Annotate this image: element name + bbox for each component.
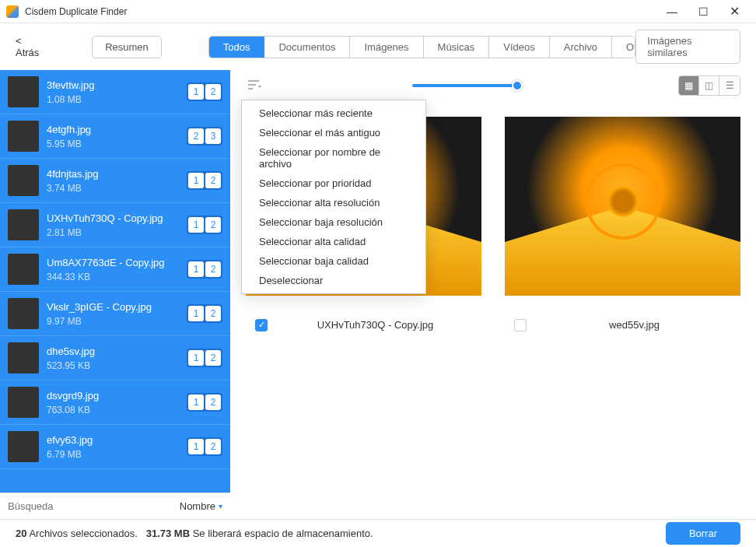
- tab-archivo[interactable]: Archivo: [550, 37, 612, 58]
- file-name: Um8AX7763dE - Copy.jpg: [47, 257, 179, 268]
- file-thumbnail: [8, 387, 39, 418]
- duplicate-badge[interactable]: 2: [205, 394, 221, 410]
- duplicate-badge[interactable]: 2: [205, 350, 221, 366]
- file-item[interactable]: 4fdnjtas.jpg3.74 MB12: [0, 159, 230, 203]
- file-info: 4etgfh.jpg5.95 MB: [47, 124, 179, 149]
- sort-label: Nombre: [180, 500, 215, 512]
- selection-menu-icon[interactable]: [246, 76, 264, 95]
- list-view-icon[interactable]: ☰: [719, 76, 740, 95]
- context-menu-item[interactable]: Seleccionar por prioridad: [242, 174, 425, 193]
- zoom-handle-icon[interactable]: [512, 80, 523, 91]
- zoom-slider[interactable]: [412, 84, 521, 87]
- freed-label: Se liberará espacio de almacenamiento.: [193, 528, 373, 539]
- maximize-button[interactable]: ☐: [688, 0, 719, 23]
- file-name: 4fdnjtas.jpg: [47, 168, 179, 180]
- tab-videos[interactable]: Vídeos: [489, 37, 549, 58]
- grid-view-icon[interactable]: ▦: [679, 76, 699, 95]
- duplicate-badges: 23: [187, 127, 222, 146]
- file-item[interactable]: Vkslr_3pIGE - Copy.jpg9.97 MB12: [0, 292, 230, 336]
- summary-button[interactable]: Resumen: [92, 36, 162, 58]
- file-item[interactable]: dsvgrd9.jpg763.08 KB12: [0, 380, 230, 425]
- file-name: efvy63.jpg: [47, 434, 179, 446]
- titlebar: Cisdem Duplicate Finder — ☐ ✕: [0, 0, 756, 23]
- duplicate-badges: 12: [187, 82, 222, 101]
- tab-otros[interactable]: Otros: [612, 37, 635, 58]
- file-list[interactable]: 3fevttw.jpg1.08 MB124etgfh.jpg5.95 MB234…: [0, 70, 230, 493]
- duplicate-badge[interactable]: 1: [188, 84, 204, 100]
- context-menu-item[interactable]: Seleccionar baja resolución: [242, 212, 425, 232]
- context-menu-item[interactable]: Seleccionar alta calidad: [242, 232, 425, 251]
- duplicate-badge[interactable]: 2: [205, 173, 221, 188]
- preview-filename: wed55v.jpg: [609, 319, 660, 331]
- tab-todos[interactable]: Todos: [209, 37, 265, 58]
- duplicate-badge[interactable]: 2: [205, 306, 221, 321]
- context-menu-item[interactable]: Seleccionar el más antiguo: [242, 123, 425, 142]
- view-mode-toggle: ▦ ◫ ☰: [678, 75, 740, 96]
- context-menu-item[interactable]: Seleccionar alta resolución: [242, 193, 425, 212]
- file-thumbnail: [8, 342, 39, 373]
- duplicate-badges: 12: [187, 393, 222, 412]
- duplicate-badge[interactable]: 2: [188, 128, 204, 144]
- select-checkbox[interactable]: ✓: [255, 319, 268, 331]
- file-item[interactable]: efvy63.jpg6.79 MB12: [0, 425, 230, 469]
- tab-musicas[interactable]: Músicas: [424, 37, 490, 58]
- file-thumbnail: [8, 76, 39, 107]
- file-item[interactable]: dhe5sv.jpg523.95 KB12: [0, 336, 230, 380]
- preview-image: [505, 117, 740, 296]
- selected-count: 20: [16, 528, 26, 539]
- close-button[interactable]: ✕: [719, 0, 750, 23]
- minimize-button[interactable]: —: [656, 0, 688, 23]
- file-info: 4fdnjtas.jpg3.74 MB: [47, 168, 179, 194]
- filter-tabs: Todos Documentos Imágenes Músicas Vídeos…: [208, 36, 636, 58]
- duplicate-badge[interactable]: 1: [188, 350, 204, 366]
- app-logo-icon: [6, 5, 19, 18]
- file-item[interactable]: UXHvTuh730Q - Copy.jpg2.81 MB12: [0, 203, 230, 247]
- file-item[interactable]: 4etgfh.jpg5.95 MB23: [0, 114, 230, 159]
- duplicate-badge[interactable]: 1: [188, 217, 204, 233]
- duplicate-badges: 12: [187, 260, 222, 279]
- search-input[interactable]: [0, 500, 172, 512]
- file-size: 3.74 MB: [47, 183, 179, 194]
- file-size: 523.95 KB: [47, 360, 179, 371]
- duplicate-badge[interactable]: 2: [205, 84, 221, 100]
- preview-filename: UXHvTuh730Q - Copy.jpg: [317, 319, 434, 331]
- duplicate-badge[interactable]: 1: [188, 261, 204, 277]
- sort-dropdown[interactable]: Nombre ▾: [172, 500, 230, 512]
- file-thumbnail: [8, 298, 39, 329]
- file-info: dsvgrd9.jpg763.08 KB: [47, 390, 179, 416]
- file-size: 344.33 KB: [47, 272, 179, 282]
- sidebar: 3fevttw.jpg1.08 MB124etgfh.jpg5.95 MB234…: [0, 70, 230, 519]
- freed-size: 31.73 MB: [146, 528, 190, 539]
- file-thumbnail: [8, 209, 39, 240]
- duplicate-badge[interactable]: 1: [188, 394, 204, 410]
- context-menu-item[interactable]: Deseleccionar: [242, 271, 425, 290]
- file-item[interactable]: 3fevttw.jpg1.08 MB12: [0, 70, 230, 114]
- context-menu-item[interactable]: Seleccionar más reciente: [242, 103, 425, 123]
- context-menu-item[interactable]: Seleccionar por nombre de archivo: [242, 142, 425, 174]
- file-info: Um8AX7763dE - Copy.jpg344.33 KB: [47, 257, 179, 282]
- file-thumbnail: [8, 254, 39, 285]
- columns-view-icon[interactable]: ◫: [699, 76, 719, 95]
- file-info: efvy63.jpg6.79 MB: [47, 434, 179, 460]
- duplicate-badge[interactable]: 1: [188, 173, 204, 188]
- duplicate-badge[interactable]: 3: [205, 128, 221, 144]
- duplicate-badge[interactable]: 2: [205, 439, 221, 454]
- tab-imagenes[interactable]: Imágenes: [350, 37, 423, 58]
- duplicate-badge[interactable]: 1: [188, 439, 204, 454]
- delete-button[interactable]: Borrar: [666, 522, 740, 545]
- file-item[interactable]: Um8AX7763dE - Copy.jpg344.33 KB12: [0, 247, 230, 292]
- preview-toolbar: ▦ ◫ ☰: [246, 70, 740, 101]
- file-name: 3fevttw.jpg: [47, 79, 179, 91]
- back-button[interactable]: < Atrás: [16, 35, 45, 58]
- file-info: Vkslr_3pIGE - Copy.jpg9.97 MB: [47, 301, 179, 327]
- file-size: 9.97 MB: [47, 316, 179, 327]
- duplicate-badge[interactable]: 2: [205, 217, 221, 233]
- tab-documentos[interactable]: Documentos: [264, 37, 350, 58]
- context-menu-item[interactable]: Seleccionar baja calidad: [242, 251, 425, 271]
- preview-card[interactable]: wed55v.jpg: [505, 117, 740, 331]
- select-checkbox[interactable]: [514, 319, 527, 331]
- selected-label: Archivos seleccionados.: [29, 528, 137, 539]
- duplicate-badge[interactable]: 1: [188, 306, 204, 321]
- similar-images-button[interactable]: Imágenes similares: [635, 30, 740, 64]
- duplicate-badge[interactable]: 2: [205, 261, 221, 277]
